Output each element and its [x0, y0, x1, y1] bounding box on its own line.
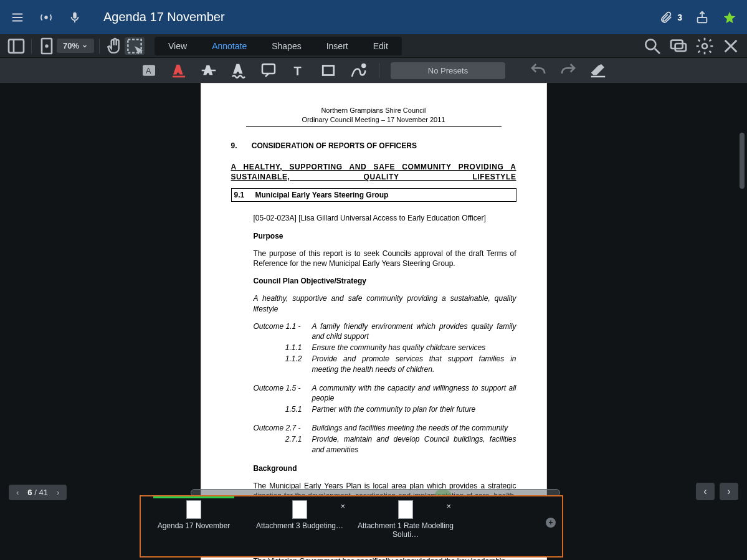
- attachments-button[interactable]: 3: [659, 10, 682, 25]
- outcome-text: A family friendly environment which prov…: [312, 321, 516, 341]
- app-title-bar: Agenda 17 November 3: [0, 0, 747, 34]
- page-layout-icon[interactable]: [37, 37, 57, 55]
- tab-thumbnail: [292, 500, 307, 519]
- presets-dropdown[interactable]: No Presets: [391, 62, 505, 79]
- svg-rect-27: [323, 66, 334, 75]
- share-icon[interactable]: [695, 10, 710, 25]
- svg-point-3: [45, 16, 47, 19]
- text-tool-icon[interactable]: T: [289, 61, 308, 80]
- document-tab[interactable]: Attachment 1 Rate Modelling Soluti…×: [353, 500, 459, 556]
- select-tool-icon[interactable]: [125, 37, 145, 55]
- microphone-icon[interactable]: [67, 10, 82, 25]
- outcome-row: Outcome 2.7 -Buildings and facilities me…: [254, 423, 516, 433]
- mode-tabs: View Annotate Shapes Insert Edit: [155, 37, 402, 55]
- broadcast-icon[interactable]: [39, 10, 54, 25]
- svg-text:A: A: [174, 64, 182, 76]
- purpose-heading: Purpose: [254, 231, 516, 241]
- svg-rect-4: [74, 21, 75, 22]
- tab-label: Attachment 3 Budgeting…: [252, 521, 347, 530]
- strategy-text: A healthy, supportive and safe community…: [254, 293, 516, 313]
- section-number: 9.: [231, 141, 250, 151]
- star-icon[interactable]: [722, 10, 737, 25]
- tab-thumbnail: [186, 500, 201, 519]
- tab-label: Agenda 17 November: [154, 521, 234, 530]
- underline-icon[interactable]: A: [169, 61, 188, 80]
- chevron-down-icon: [82, 43, 88, 49]
- tab-close-icon[interactable]: ×: [446, 501, 451, 511]
- svg-point-9: [46, 45, 48, 47]
- tab-close-icon[interactable]: ×: [340, 501, 345, 511]
- outcome-row: 1.5.1Partner with the community to plan …: [254, 404, 516, 414]
- subsection-number: 9.1: [234, 190, 255, 200]
- add-tab-button[interactable]: +: [546, 518, 556, 528]
- page-header-line2: Ordinary Council Meeting – 17 November 2…: [231, 115, 516, 125]
- svg-point-15: [702, 44, 707, 49]
- redo-icon[interactable]: [559, 61, 578, 80]
- search-icon[interactable]: [642, 37, 662, 55]
- tab-thumbnail: [398, 500, 413, 519]
- page-number-display[interactable]: 6 / 41: [27, 488, 48, 497]
- document-tabs: Agenda 17 NovemberAttachment 3 Budgeting…: [140, 495, 563, 558]
- outcome-row: Outcome 1.1 -A family friendly environme…: [254, 321, 516, 341]
- strikethrough-icon[interactable]: A: [199, 61, 218, 80]
- svg-rect-14: [675, 44, 686, 51]
- zoom-dropdown[interactable]: 70%: [57, 39, 94, 53]
- tab-edit[interactable]: Edit: [361, 38, 401, 54]
- outcome-text: A community with the capacity and willin…: [312, 383, 516, 403]
- rectangle-tool-icon[interactable]: [319, 61, 338, 80]
- eraser-icon[interactable]: [589, 61, 607, 80]
- panel-toggle-icon[interactable]: [6, 37, 26, 55]
- header-rule: [246, 126, 502, 127]
- svg-rect-25: [262, 64, 275, 74]
- tab-insert[interactable]: Insert: [314, 38, 361, 54]
- close-icon[interactable]: [721, 37, 741, 55]
- outcome-row: [254, 376, 516, 382]
- tab-view[interactable]: View: [156, 38, 199, 54]
- undo-icon[interactable]: [529, 61, 548, 80]
- subsection-title: Municipal Early Years Steering Group: [255, 190, 389, 200]
- outcome-label: 1.5.1: [254, 404, 302, 414]
- outcome-row: 1.1.1Ensure the community has quality ch…: [254, 343, 516, 353]
- outcome-row: 2.7.1Provide, maintain and develop Counc…: [254, 434, 516, 454]
- outcome-label: Outcome 1.5 -: [254, 383, 302, 403]
- svg-rect-6: [9, 39, 24, 52]
- tab-annotate[interactable]: Annotate: [199, 38, 259, 54]
- squiggle-icon[interactable]: A: [229, 61, 248, 80]
- document-viewer[interactable]: Northern Grampians Shire Council Ordinar…: [0, 83, 747, 560]
- reference-line: [05-02-023A] [Lisa Gillard Universal Acc…: [254, 213, 516, 223]
- outcome-text: Partner with the community to plan for t…: [312, 404, 516, 414]
- freehand-tool-icon[interactable]: [349, 61, 368, 80]
- outcome-text: Ensure the community has quality childca…: [312, 343, 516, 353]
- nav-back-button[interactable]: ‹: [696, 483, 715, 500]
- pan-tool-icon[interactable]: [105, 37, 125, 55]
- highlight-area-icon[interactable]: A: [140, 61, 158, 80]
- prev-page-icon[interactable]: ‹: [14, 488, 21, 497]
- nav-forward-button[interactable]: ›: [720, 483, 738, 500]
- section-9: 9. CONSIDERATION OF REPORTS OF OFFICERS: [231, 141, 516, 151]
- outcome-text: Buildings and facilities meeting the nee…: [312, 423, 516, 433]
- document-title: Agenda 17 November: [103, 10, 225, 24]
- outcome-label: 1.1.2: [254, 354, 302, 374]
- document-tab[interactable]: Agenda 17 November: [141, 500, 247, 556]
- svg-text:T: T: [293, 64, 301, 78]
- next-page-icon[interactable]: ›: [54, 488, 62, 497]
- svg-point-11: [645, 39, 655, 49]
- menu-icon[interactable]: [10, 10, 25, 25]
- tab-shapes[interactable]: Shapes: [259, 38, 313, 54]
- paperclip-icon: [659, 10, 673, 25]
- outcome-label: 1.1.1: [254, 343, 302, 353]
- svg-rect-5: [698, 17, 707, 22]
- scrollbar-thumb[interactable]: [740, 133, 745, 189]
- page-header-line1: Northern Grampians Shire Council: [231, 106, 516, 115]
- strategy-heading: Council Plan Objective/Strategy: [254, 276, 516, 286]
- note-icon[interactable]: [259, 61, 278, 80]
- outcome-text: Provide, maintain and develop Council bu…: [312, 434, 516, 454]
- document-tab[interactable]: Attachment 3 Budgeting…×: [247, 500, 353, 556]
- comments-icon[interactable]: [668, 37, 688, 55]
- subsection-box: 9.1 Municipal Early Years Steering Group: [231, 188, 516, 202]
- tab-label: Attachment 1 Rate Modelling Soluti…: [353, 521, 459, 539]
- settings-icon[interactable]: [695, 37, 715, 55]
- outcome-text: Provide and promote services that suppor…: [312, 354, 516, 374]
- purpose-text: The purpose of this report is to seek Co…: [254, 249, 516, 268]
- svg-text:A: A: [146, 67, 151, 75]
